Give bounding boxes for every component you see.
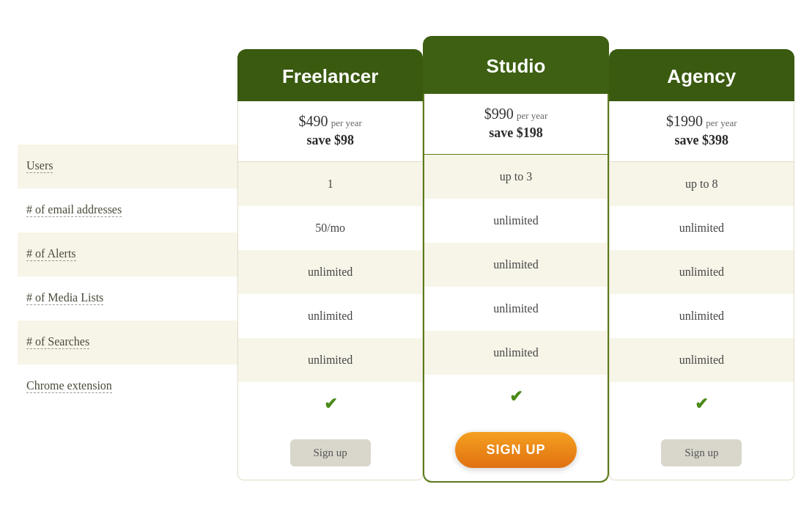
studio-period: per year [517,110,547,121]
freelancer-check-icon: ✔ [324,395,337,414]
freelancer-period: per year [331,117,362,128]
studio-cells: up to 3 unlimited unlimited unlimited un… [423,155,608,419]
studio-emails: unlimited [423,199,608,243]
studio-chrome: ✔ [423,375,608,419]
agency-footer: Sign up [609,426,794,480]
agency-signup-button[interactable]: Sign up [661,439,742,466]
agency-pricing: $1990 per year save $398 [609,101,794,161]
freelancer-title: Freelancer [249,65,411,88]
freelancer-users: 1 [237,162,423,206]
agency-searches: unlimited [609,338,794,382]
pricing-table: Users # of email addresses # of Alerts #… [18,49,794,483]
agency-users: up to 8 [609,162,794,206]
agency-save: save $398 [616,133,788,148]
studio-alerts: unlimited [423,243,608,287]
plan-freelancer: Freelancer $490 per year save $98 1 50/m… [237,49,423,480]
freelancer-media-lists: unlimited [237,294,423,338]
freelancer-cells: 1 50/mo unlimited unlimited unlimited ✔ [237,162,423,426]
plan-studio: Studio $990 per year save $198 up to 3 u… [423,36,608,483]
feature-chrome: Chrome extension [18,365,237,409]
agency-cells: up to 8 unlimited unlimited unlimited un… [609,162,794,426]
feature-alerts: # of Alerts [18,232,237,277]
agency-price-line: $1990 per year [616,113,788,130]
studio-title: Studio [435,55,597,78]
agency-emails: unlimited [609,206,794,250]
agency-header: Agency [609,49,794,101]
agency-alerts: unlimited [609,250,794,294]
freelancer-alerts: unlimited [237,250,423,294]
freelancer-footer: Sign up [237,426,423,480]
studio-media-lists: unlimited [423,287,608,331]
agency-period: per year [706,117,737,128]
agency-price: $1990 [666,113,703,129]
freelancer-save: save $98 [244,133,416,148]
agency-check-icon: ✔ [695,395,708,414]
studio-check-icon: ✔ [509,387,523,406]
agency-media-lists: unlimited [609,294,794,338]
freelancer-signup-button[interactable]: Sign up [290,439,371,466]
agency-title: Agency [621,65,783,88]
studio-header: Studio [423,36,608,94]
studio-pricing: $990 per year save $198 [423,94,608,154]
freelancer-header: Freelancer [237,49,423,101]
agency-chrome: ✔ [609,382,794,426]
feature-media-lists: # of Media Lists [18,277,237,321]
feature-searches: # of Searches [18,321,237,365]
freelancer-emails: 50/mo [237,206,423,250]
freelancer-chrome: ✔ [237,382,423,426]
studio-users: up to 3 [423,155,608,199]
feature-users: Users [18,144,237,188]
studio-signup-button[interactable]: SIGN UP [455,432,576,468]
freelancer-searches: unlimited [237,338,423,382]
freelancer-price: $490 [298,113,328,129]
studio-footer: SIGN UP [423,419,608,483]
feature-emails: # of email addresses [18,188,237,232]
freelancer-price-line: $490 per year [244,113,416,130]
studio-save: save $198 [430,125,601,141]
studio-price: $990 [484,106,514,122]
freelancer-pricing: $490 per year save $98 [237,101,423,161]
feature-column: Users # of email addresses # of Alerts #… [18,49,237,409]
studio-searches: unlimited [423,331,608,375]
plan-agency: Agency $1990 per year save $398 up to 8 … [609,49,794,480]
studio-price-line: $990 per year [430,106,601,122]
